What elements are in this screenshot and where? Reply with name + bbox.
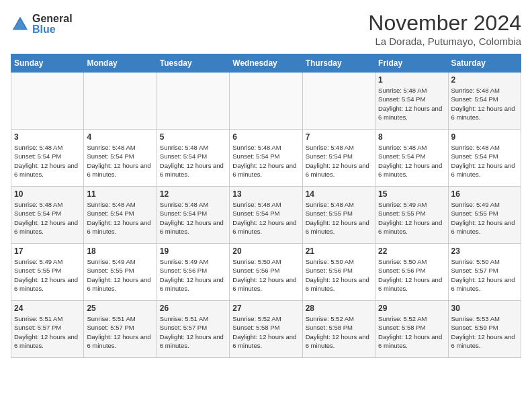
day-info: Sunrise: 5:48 AM Sunset: 5:54 PM Dayligh… (160, 143, 226, 179)
day-info: Sunrise: 5:50 AM Sunset: 5:56 PM Dayligh… (232, 257, 299, 293)
day-number: 10 (14, 189, 81, 199)
calendar-table: SundayMondayTuesdayWednesdayThursdayFrid… (11, 54, 521, 358)
day-info: Sunrise: 5:52 AM Sunset: 5:58 PM Dayligh… (378, 314, 445, 350)
day-info: Sunrise: 5:50 AM Sunset: 5:56 PM Dayligh… (306, 257, 372, 293)
day-number: 23 (451, 246, 518, 256)
location: La Dorada, Putumayo, Colombia (368, 36, 521, 47)
calendar-cell: 16Sunrise: 5:49 AM Sunset: 5:55 PM Dayli… (448, 187, 521, 244)
calendar-cell: 26Sunrise: 5:51 AM Sunset: 5:57 PM Dayli… (157, 301, 229, 358)
calendar-cell: 29Sunrise: 5:52 AM Sunset: 5:58 PM Dayli… (375, 301, 448, 358)
day-info: Sunrise: 5:50 AM Sunset: 5:57 PM Dayligh… (451, 257, 518, 293)
day-info: Sunrise: 5:48 AM Sunset: 5:54 PM Dayligh… (378, 86, 445, 122)
day-info: Sunrise: 5:48 AM Sunset: 5:55 PM Dayligh… (306, 200, 372, 236)
day-number: 1 (378, 75, 445, 85)
day-info: Sunrise: 5:48 AM Sunset: 5:54 PM Dayligh… (87, 143, 153, 179)
calendar-cell (84, 73, 157, 130)
day-info: Sunrise: 5:53 AM Sunset: 5:59 PM Dayligh… (451, 314, 518, 350)
calendar-cell (230, 73, 302, 130)
calendar-cell: 2Sunrise: 5:48 AM Sunset: 5:54 PM Daylig… (448, 73, 521, 130)
day-info: Sunrise: 5:48 AM Sunset: 5:54 PM Dayligh… (87, 200, 153, 236)
calendar-cell: 7Sunrise: 5:48 AM Sunset: 5:54 PM Daylig… (302, 130, 375, 187)
calendar-cell: 19Sunrise: 5:49 AM Sunset: 5:56 PM Dayli… (157, 244, 229, 301)
calendar-cell: 14Sunrise: 5:48 AM Sunset: 5:55 PM Dayli… (302, 187, 375, 244)
day-number: 18 (87, 246, 153, 256)
day-number: 4 (87, 132, 153, 142)
day-number: 27 (232, 304, 299, 313)
week-row-2: 10Sunrise: 5:48 AM Sunset: 5:54 PM Dayli… (11, 187, 521, 244)
month-title: November 2024 (368, 11, 521, 36)
calendar-cell: 9Sunrise: 5:48 AM Sunset: 5:54 PM Daylig… (448, 130, 521, 187)
header-day-friday: Friday (375, 54, 448, 73)
day-info: Sunrise: 5:48 AM Sunset: 5:54 PM Dayligh… (160, 200, 226, 236)
calendar-cell: 18Sunrise: 5:49 AM Sunset: 5:55 PM Dayli… (84, 244, 157, 301)
calendar-cell: 5Sunrise: 5:48 AM Sunset: 5:54 PM Daylig… (157, 130, 229, 187)
day-number: 5 (160, 132, 226, 142)
day-info: Sunrise: 5:49 AM Sunset: 5:55 PM Dayligh… (87, 257, 153, 293)
day-info: Sunrise: 5:48 AM Sunset: 5:54 PM Dayligh… (232, 143, 299, 179)
calendar-cell: 20Sunrise: 5:50 AM Sunset: 5:56 PM Dayli… (230, 244, 302, 301)
day-info: Sunrise: 5:49 AM Sunset: 5:55 PM Dayligh… (14, 257, 81, 293)
day-number: 8 (378, 132, 445, 142)
calendar-cell: 3Sunrise: 5:48 AM Sunset: 5:54 PM Daylig… (11, 130, 84, 187)
calendar-cell: 12Sunrise: 5:48 AM Sunset: 5:54 PM Dayli… (157, 187, 229, 244)
day-info: Sunrise: 5:48 AM Sunset: 5:54 PM Dayligh… (451, 86, 518, 122)
day-number: 12 (160, 189, 226, 199)
header-day-wednesday: Wednesday (230, 54, 302, 73)
header-day-sunday: Sunday (11, 54, 84, 73)
day-info: Sunrise: 5:49 AM Sunset: 5:56 PM Dayligh… (160, 257, 226, 293)
day-info: Sunrise: 5:49 AM Sunset: 5:55 PM Dayligh… (378, 200, 445, 236)
calendar-cell (11, 73, 84, 130)
day-number: 11 (87, 189, 153, 199)
calendar-cell: 17Sunrise: 5:49 AM Sunset: 5:55 PM Dayli… (11, 244, 84, 301)
header-day-monday: Monday (84, 54, 157, 73)
day-number: 6 (232, 132, 299, 142)
calendar-cell: 22Sunrise: 5:50 AM Sunset: 5:56 PM Dayli… (375, 244, 448, 301)
logo-blue-text: Blue (32, 24, 73, 35)
page-header: General Blue November 2024 La Dorada, Pu… (11, 11, 521, 47)
day-info: Sunrise: 5:50 AM Sunset: 5:56 PM Dayligh… (378, 257, 445, 293)
day-number: 15 (378, 189, 445, 199)
logo: General Blue (11, 13, 73, 35)
header-day-saturday: Saturday (448, 54, 521, 73)
day-number: 29 (378, 304, 445, 313)
day-info: Sunrise: 5:48 AM Sunset: 5:54 PM Dayligh… (378, 143, 445, 179)
day-number: 17 (14, 246, 81, 256)
calendar-cell: 8Sunrise: 5:48 AM Sunset: 5:54 PM Daylig… (375, 130, 448, 187)
calendar-cell: 4Sunrise: 5:48 AM Sunset: 5:54 PM Daylig… (84, 130, 157, 187)
day-number: 28 (306, 304, 372, 313)
day-number: 7 (306, 132, 372, 142)
day-number: 21 (306, 246, 372, 256)
day-info: Sunrise: 5:49 AM Sunset: 5:55 PM Dayligh… (451, 200, 518, 236)
day-info: Sunrise: 5:52 AM Sunset: 5:58 PM Dayligh… (306, 314, 372, 350)
header-day-thursday: Thursday (302, 54, 375, 73)
calendar-cell (302, 73, 375, 130)
title-section: November 2024 La Dorada, Putumayo, Colom… (368, 11, 521, 47)
day-info: Sunrise: 5:48 AM Sunset: 5:54 PM Dayligh… (451, 143, 518, 179)
day-number: 14 (306, 189, 372, 199)
calendar-header: SundayMondayTuesdayWednesdayThursdayFrid… (11, 54, 521, 73)
day-number: 19 (160, 246, 226, 256)
week-row-0: 1Sunrise: 5:48 AM Sunset: 5:54 PM Daylig… (11, 73, 521, 130)
week-row-3: 17Sunrise: 5:49 AM Sunset: 5:55 PM Dayli… (11, 244, 521, 301)
calendar-cell: 24Sunrise: 5:51 AM Sunset: 5:57 PM Dayli… (11, 301, 84, 358)
day-number: 24 (14, 304, 81, 313)
day-info: Sunrise: 5:51 AM Sunset: 5:57 PM Dayligh… (14, 314, 81, 350)
day-number: 30 (451, 304, 518, 313)
day-info: Sunrise: 5:48 AM Sunset: 5:54 PM Dayligh… (14, 200, 81, 236)
calendar-cell: 6Sunrise: 5:48 AM Sunset: 5:54 PM Daylig… (230, 130, 302, 187)
day-number: 25 (87, 304, 153, 313)
day-number: 13 (232, 189, 299, 199)
week-row-4: 24Sunrise: 5:51 AM Sunset: 5:57 PM Dayli… (11, 301, 521, 358)
calendar-cell: 30Sunrise: 5:53 AM Sunset: 5:59 PM Dayli… (448, 301, 521, 358)
day-number: 26 (160, 304, 226, 313)
day-info: Sunrise: 5:51 AM Sunset: 5:57 PM Dayligh… (160, 314, 226, 350)
calendar-cell: 15Sunrise: 5:49 AM Sunset: 5:55 PM Dayli… (375, 187, 448, 244)
calendar-cell: 10Sunrise: 5:48 AM Sunset: 5:54 PM Dayli… (11, 187, 84, 244)
calendar-cell: 21Sunrise: 5:50 AM Sunset: 5:56 PM Dayli… (302, 244, 375, 301)
day-info: Sunrise: 5:52 AM Sunset: 5:58 PM Dayligh… (232, 314, 299, 350)
day-number: 22 (378, 246, 445, 256)
day-info: Sunrise: 5:51 AM Sunset: 5:57 PM Dayligh… (87, 314, 153, 350)
calendar-cell: 25Sunrise: 5:51 AM Sunset: 5:57 PM Dayli… (84, 301, 157, 358)
calendar-body: 1Sunrise: 5:48 AM Sunset: 5:54 PM Daylig… (11, 73, 521, 358)
calendar-cell: 11Sunrise: 5:48 AM Sunset: 5:54 PM Dayli… (84, 187, 157, 244)
